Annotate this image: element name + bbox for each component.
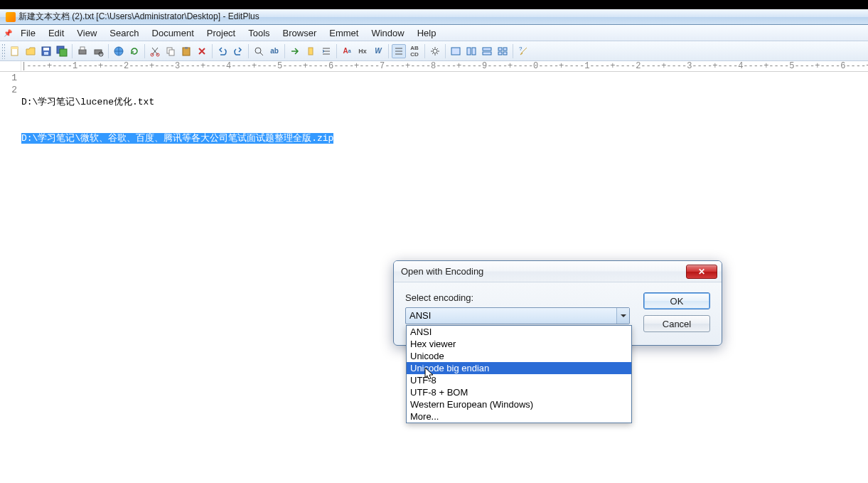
ruler: |----+----1----+----2----+----3----+----… [0, 61, 868, 72]
refresh-icon[interactable] [127, 44, 141, 58]
menu-help[interactable]: Help [411, 26, 443, 41]
close-icon[interactable]: ✕ [686, 265, 717, 279]
dropdown-value: ANSI [409, 310, 431, 321]
window1-icon[interactable] [449, 44, 463, 58]
encoding-option[interactable]: More... [407, 410, 631, 423]
menu-project[interactable]: Project [200, 26, 242, 41]
svg-rect-23 [472, 48, 476, 55]
dialog-titlebar[interactable]: Open with Encoding ✕ [394, 261, 722, 282]
line-numbers-icon[interactable] [392, 44, 406, 58]
goto-icon[interactable] [288, 44, 302, 58]
menu-window[interactable]: Window [365, 26, 410, 41]
menu-search[interactable]: Search [103, 26, 145, 41]
dialog-title: Open with Encoding [401, 266, 483, 277]
menu-browser[interactable]: Browser [277, 26, 323, 41]
code-text[interactable]: D:\学习笔记\lucene优化.txt [21, 97, 154, 107]
toolbar-grip[interactable] [1, 43, 6, 59]
open-file-icon[interactable] [23, 44, 38, 58]
ruler-marks: |----+----1----+----2----+----3----+----… [21, 61, 868, 71]
font-icon[interactable]: Aa [340, 44, 354, 58]
svg-rect-7 [79, 50, 86, 54]
code-line: D:\学习笔记\微软、谷歌、百度、腾讯等各大公司笔试面试题整理全版.zip [21, 132, 868, 144]
toolbar: ab Aa Hx W ABCD ? [0, 41, 868, 61]
menu-file[interactable]: File [14, 26, 42, 41]
svg-rect-17 [185, 47, 188, 49]
menubar: 📌 File Edit View Search Document Project… [0, 25, 868, 41]
encoding-option[interactable]: UTF-8 [407, 374, 631, 386]
print-preview-icon[interactable] [91, 44, 105, 58]
browser-icon[interactable] [112, 44, 126, 58]
menu-emmet[interactable]: Emmet [323, 26, 365, 41]
wordwrap-icon[interactable]: W [371, 44, 385, 58]
svg-rect-26 [498, 48, 502, 51]
svg-rect-21 [451, 48, 460, 55]
line-number: 1 [0, 72, 17, 84]
menu-edit[interactable]: Edit [42, 26, 70, 41]
copy-icon[interactable] [164, 44, 178, 58]
svg-point-18 [255, 48, 261, 53]
encoding-dropdown[interactable]: ANSI [405, 307, 630, 324]
line-gutter: 1 2 [0, 72, 21, 483]
svg-rect-27 [503, 48, 507, 51]
svg-rect-25 [483, 52, 491, 55]
hex-icon[interactable]: Hx [355, 44, 370, 58]
svg-rect-8 [80, 47, 85, 50]
window4-icon[interactable] [495, 44, 510, 58]
encoding-option-highlighted[interactable]: Unicode big endian [407, 362, 631, 374]
app-icon [6, 12, 16, 22]
code-line: D:\学习笔记\lucene优化.txt [21, 96, 868, 108]
ok-button[interactable]: OK [643, 292, 710, 309]
pushpin-icon[interactable]: 📌 [4, 26, 12, 39]
svg-rect-6 [60, 49, 67, 56]
encoding-option[interactable]: Hex viewer [407, 338, 631, 350]
window-title: 新建文本文档 (2).txt [C:\Users\Administrator\D… [18, 11, 259, 23]
window2-icon[interactable] [464, 44, 478, 58]
svg-point-20 [433, 49, 437, 53]
menu-view[interactable]: View [70, 26, 103, 41]
print-icon[interactable] [75, 44, 90, 58]
line-number: 2 [0, 84, 17, 96]
settings-icon[interactable] [428, 44, 442, 58]
encoding-dropdown-list[interactable]: ANSI Hex viewer Unicode Unicode big endi… [406, 325, 632, 423]
svg-rect-24 [483, 48, 491, 51]
encoding-option[interactable]: Unicode [407, 350, 631, 362]
svg-rect-15 [169, 50, 174, 55]
find-icon[interactable] [252, 44, 266, 58]
svg-rect-28 [498, 52, 502, 55]
cut-icon[interactable] [148, 44, 162, 58]
svg-text:?: ? [519, 46, 523, 52]
encoding-label: Select encoding: [405, 292, 633, 303]
paste-icon[interactable] [179, 44, 193, 58]
svg-rect-22 [467, 48, 471, 55]
redo-icon[interactable] [231, 44, 245, 58]
svg-rect-29 [503, 52, 507, 55]
undo-icon[interactable] [215, 44, 230, 58]
code-text-selected[interactable]: D:\学习笔记\微软、谷歌、百度、腾讯等各大公司笔试面试题整理全版.zip [21, 133, 333, 144]
titlebar[interactable]: 新建文本文档 (2).txt [C:\Users\Administrator\D… [0, 9, 868, 25]
svg-rect-1 [11, 47, 18, 49]
encoding-option[interactable]: ANSI [407, 326, 631, 338]
ruler-icon[interactable]: ABCD [407, 44, 422, 58]
chevron-down-icon[interactable] [616, 308, 629, 324]
encoding-option[interactable]: UTF-8 + BOM [407, 386, 631, 398]
save-all-icon[interactable] [55, 44, 69, 58]
help-icon[interactable]: ? [516, 44, 530, 58]
find-replace-icon[interactable]: ab [267, 44, 282, 58]
new-file-icon[interactable] [8, 44, 22, 58]
window3-icon[interactable] [480, 44, 494, 58]
svg-rect-3 [43, 48, 49, 51]
save-icon[interactable] [39, 44, 53, 58]
indent-icon[interactable] [319, 44, 333, 58]
delete-icon[interactable] [195, 44, 209, 58]
bookmark-icon[interactable] [304, 44, 318, 58]
svg-rect-4 [44, 52, 48, 55]
menu-document[interactable]: Document [146, 26, 200, 41]
cancel-button[interactable]: Cancel [643, 315, 710, 332]
encoding-option[interactable]: Western European (Windows) [407, 398, 631, 410]
menu-tools[interactable]: Tools [242, 26, 276, 41]
svg-rect-19 [309, 48, 313, 55]
